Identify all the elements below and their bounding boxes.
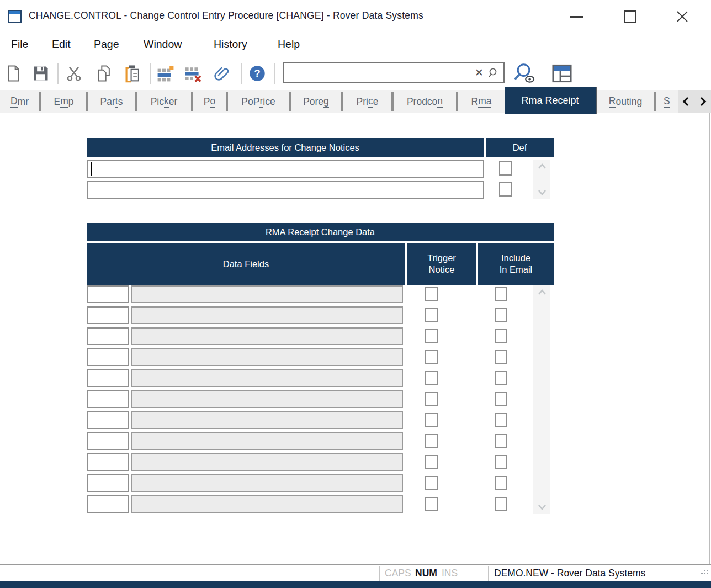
trigger-notice-checkbox[interactable] [425, 434, 438, 448]
search-view-button[interactable] [511, 62, 538, 84]
field-code-input[interactable] [87, 285, 129, 303]
chevron-left-icon [682, 96, 689, 107]
trigger-notice-checkbox[interactable] [425, 497, 438, 511]
field-code-input[interactable] [87, 411, 129, 429]
scroll-down-icon[interactable] [533, 504, 550, 511]
save-icon [33, 65, 49, 82]
email-address-input-2[interactable] [87, 181, 484, 199]
rma-list-scrollbar[interactable] [533, 285, 550, 514]
include-in-email-checkbox[interactable] [495, 371, 507, 385]
email-address-input-1[interactable] [87, 160, 484, 178]
include-in-email-checkbox[interactable] [495, 287, 507, 301]
delete-row-button[interactable] [183, 62, 203, 84]
menu-edit[interactable]: Edit [52, 38, 71, 51]
field-code-input[interactable] [87, 474, 129, 492]
trigger-notice-checkbox[interactable] [425, 329, 438, 343]
include-in-email-checkbox[interactable] [495, 350, 507, 364]
toolbar-search: ✕ [283, 62, 505, 83]
toolbar-separator [57, 63, 59, 84]
resize-grip[interactable] [701, 570, 708, 576]
save-button[interactable] [31, 62, 51, 84]
scroll-down-icon[interactable] [533, 189, 550, 197]
tab-picker[interactable]: Picker [137, 90, 191, 113]
ins-indicator: INS [442, 568, 458, 579]
include-in-email-checkbox[interactable] [495, 329, 507, 343]
field-code-input[interactable] [87, 348, 129, 366]
field-code-input[interactable] [87, 495, 129, 513]
trigger-notice-checkbox[interactable] [425, 350, 438, 364]
trigger-notice-checkbox[interactable] [425, 413, 438, 427]
trigger-notice-checkbox[interactable] [425, 308, 438, 322]
include-in-email-checkbox[interactable] [495, 308, 507, 322]
tab-poprice[interactable]: PoPrice [228, 90, 289, 113]
minimize-button[interactable] [559, 0, 595, 33]
status-separator [488, 566, 489, 581]
menu-page[interactable]: Page [94, 38, 119, 51]
tab-prodcon[interactable]: Prodcon [394, 90, 456, 113]
include-in-email-checkbox[interactable] [495, 497, 507, 511]
field-code-input[interactable] [87, 453, 129, 471]
new-document-button[interactable] [3, 62, 23, 84]
tab-parts[interactable]: Parts [88, 90, 135, 113]
window-title: CHANGE.CONTROL - Change Control Entry Pr… [29, 10, 423, 22]
caps-indicator: CAPS [385, 568, 411, 579]
paste-button[interactable] [123, 62, 142, 84]
menu-help[interactable]: Help [278, 38, 300, 51]
trigger-notice-checkbox[interactable] [425, 455, 438, 469]
tab-scroll-buttons [678, 90, 711, 113]
field-code-input[interactable] [87, 432, 129, 450]
include-in-email-checkbox[interactable] [495, 455, 507, 469]
include-in-email-checkbox[interactable] [495, 434, 507, 448]
scroll-up-icon[interactable] [533, 288, 550, 296]
tab-s-partial[interactable]: S [656, 90, 678, 113]
layout-view-button[interactable] [549, 62, 575, 84]
def-checkbox-2[interactable] [499, 182, 512, 197]
session-label: DEMO.NEW - Rover Data Systems [494, 568, 645, 579]
trigger-notice-checkbox[interactable] [425, 392, 438, 406]
field-code-input[interactable] [87, 390, 129, 408]
email-list-scrollbar[interactable] [533, 160, 550, 199]
trigger-notice-checkbox[interactable] [425, 476, 438, 490]
tab-dmr[interactable]: Dmr [0, 90, 39, 113]
tab-po[interactable]: Po [193, 90, 226, 113]
def-checkbox-1[interactable] [499, 161, 512, 176]
tab-scroll-left-button[interactable] [680, 93, 692, 110]
tab-poreg[interactable]: Poreg [291, 90, 341, 113]
tab-price[interactable]: Price [343, 90, 391, 113]
tab-rma-receipt[interactable]: Rma Receipt [505, 87, 597, 114]
insert-row-button[interactable] [156, 62, 176, 84]
include-in-email-checkbox[interactable] [495, 392, 507, 406]
tab-rma[interactable]: Rma [458, 90, 505, 113]
field-code-input[interactable] [87, 306, 129, 324]
maximize-button[interactable] [612, 0, 648, 33]
menu-file[interactable]: File [11, 38, 28, 51]
num-indicator: NUM [415, 568, 437, 579]
status-separator [379, 566, 380, 581]
toolbar-separator [241, 63, 242, 84]
field-name-display [131, 306, 403, 324]
toolbar-separator [150, 63, 151, 84]
trigger-notice-checkbox[interactable] [425, 287, 438, 301]
menu-window[interactable]: Window [144, 38, 182, 51]
search-clear-icon[interactable]: ✕ [471, 67, 487, 78]
close-button[interactable] [664, 0, 701, 33]
search-icon[interactable] [487, 67, 503, 78]
tab-emp[interactable]: Emp [41, 90, 86, 113]
copy-button[interactable] [94, 62, 114, 84]
field-code-input[interactable] [87, 369, 129, 387]
include-in-email-checkbox[interactable] [495, 413, 507, 427]
menu-history[interactable]: History [214, 38, 247, 51]
email-row [87, 181, 554, 199]
trigger-notice-checkbox[interactable] [425, 371, 438, 385]
scroll-up-icon[interactable] [533, 162, 550, 170]
attachment-button[interactable] [212, 62, 232, 84]
tab-scroll-right-button[interactable] [697, 93, 709, 110]
search-input[interactable] [284, 63, 471, 82]
rma-data-row [87, 495, 554, 513]
include-in-email-checkbox[interactable] [495, 476, 507, 490]
help-button[interactable]: ? [247, 62, 267, 84]
cut-button[interactable] [64, 62, 84, 84]
tab-routing[interactable]: Routing [597, 90, 654, 113]
delete-row-icon [183, 65, 203, 82]
field-code-input[interactable] [87, 327, 129, 345]
